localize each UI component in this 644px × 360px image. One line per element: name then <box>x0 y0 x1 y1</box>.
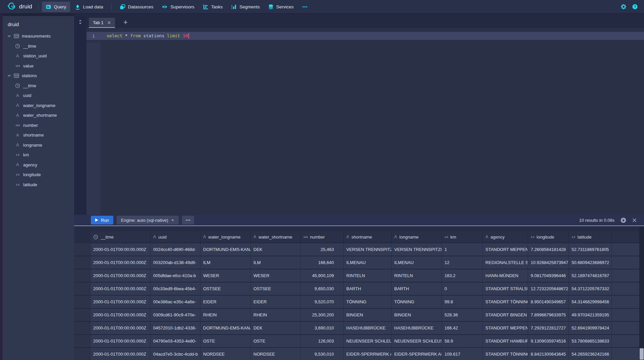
table-cell-time[interactable]: 2000-01-01T00:00:00.000Z <box>91 296 151 309</box>
table-cell-number[interactable]: 3,690,010 <box>301 322 344 335</box>
table-cell-time[interactable]: 2000-01-01T00:00:00.000Z <box>91 348 151 360</box>
table-cell-longname[interactable]: BARTH <box>392 282 442 296</box>
table-cell-agency[interactable]: STANDORT MEPPEN <box>483 243 528 256</box>
tree-item-station_uuid[interactable]: Astation_uuid <box>3 51 74 61</box>
table-cell-latitude[interactable]: 49.9703421359195 <box>569 309 612 322</box>
table-cell-km[interactable]: 0 <box>442 282 483 296</box>
chevron-down-icon[interactable] <box>7 34 11 38</box>
tree-item-value[interactable]: 123value <box>3 61 74 71</box>
table-cell-number[interactable]: 9,650,030 <box>301 282 344 296</box>
druid-logo[interactable]: druid <box>4 2 35 12</box>
table-cell-water_longname[interactable]: ILM <box>200 256 251 269</box>
table-cell-number[interactable]: 9,530,010 <box>301 348 344 360</box>
tree-item-agency[interactable]: Aagency <box>3 160 74 170</box>
table-cell-latitude[interactable]: 54.2659236242166 <box>569 348 612 360</box>
table-cell-time[interactable]: 2000-01-01T00:00:00.000Z <box>91 269 151 282</box>
table-cell-uuid[interactable]: 00e386ac-e35c-4a6e- <box>151 296 200 309</box>
query-more-button[interactable] <box>182 216 194 224</box>
run-button[interactable]: Run <box>91 216 113 224</box>
table-cell-longname[interactable]: EIDER-SPERRWERK AP <box>392 348 442 360</box>
table-cell-time[interactable]: 2000-01-01T00:00:00.000Z <box>91 335 151 348</box>
tree-item-number[interactable]: 123number <box>3 120 74 131</box>
table-cell-latitude[interactable]: 50.6809423686972 <box>569 256 612 269</box>
tree-item-measurements[interactable]: measurements <box>3 31 74 41</box>
column-header-km[interactable]: 1.0km <box>442 231 483 243</box>
column-header-latitude[interactable]: 1.0latitude <box>569 231 612 243</box>
table-cell-agency[interactable]: STANDORT BINGEN <box>483 309 528 322</box>
table-cell-agency[interactable]: STANDORT HAMBURG <box>483 335 528 348</box>
table-cell-longname[interactable]: ILMENAU <box>392 256 442 269</box>
nav-item-load-data[interactable]: Load data <box>71 2 107 12</box>
table-cell-longitude[interactable]: 10.9288425873947 <box>528 256 569 269</box>
table-cell-km[interactable]: 1 <box>442 243 483 256</box>
nav-item-tasks[interactable]: Tasks <box>199 2 227 12</box>
table-cell-time[interactable]: 2000-01-01T00:00:00.000Z <box>91 282 151 296</box>
settings-gear-icon[interactable] <box>621 4 627 10</box>
table-cell-longitude[interactable]: 7.8996679633975 <box>528 309 569 322</box>
table-cell-shortname[interactable]: EIDER-SPERRWERK AP <box>344 348 392 360</box>
nav-item-query[interactable]: Query <box>42 2 70 12</box>
chevron-down-icon[interactable] <box>7 74 11 78</box>
nav-item-supervisors[interactable]: Supervisors <box>158 2 198 12</box>
table-cell-agency[interactable]: HANN-MÜNDEN <box>483 269 528 282</box>
table-cell-water_longname[interactable]: OSTE <box>200 335 251 348</box>
table-cell-km[interactable]: 99.8 <box>442 296 483 309</box>
table-cell-shortname[interactable]: NEUENSEER SCHLEUSE <box>344 335 392 348</box>
table-cell-water_longname[interactable]: DORTMUND-EMS-KANAL <box>200 322 251 335</box>
column-header-water_longname[interactable]: Awater_longname <box>200 231 251 243</box>
table-cell-shortname[interactable]: BINGEN <box>344 309 392 322</box>
nav-item-more[interactable] <box>298 2 311 12</box>
table-cell-water_longname[interactable]: DORTMUND-EMS-KANAL <box>200 243 251 256</box>
table-cell-shortname[interactable]: VERSEN TRENNSPITZE <box>344 243 392 256</box>
tab-close-icon[interactable] <box>107 21 111 24</box>
nav-item-services[interactable]: Services <box>265 2 297 12</box>
table-cell-shortname[interactable]: BARTH <box>344 282 392 296</box>
table-cell-agency[interactable]: REGIONALSTELLE SUHL <box>483 256 528 269</box>
table-cell-water_shortname[interactable]: OSTSEE <box>251 282 301 296</box>
table-cell-shortname[interactable]: RINTELN <box>344 269 392 282</box>
tree-item-time[interactable]: __time <box>3 81 74 91</box>
nav-item-segments[interactable]: Segments <box>227 2 264 12</box>
tree-item-water_longname[interactable]: Awater_longname <box>3 101 74 111</box>
table-cell-longitude[interactable]: 8.8421300643645 <box>528 348 569 360</box>
table-cell-agency[interactable]: STANDORT STRALSUND <box>483 282 528 296</box>
table-cell-longname[interactable]: VERSEN TRENNSPITZE <box>392 243 442 256</box>
results-scrollbar-thumb[interactable] <box>640 348 644 360</box>
table-cell-number[interactable]: 126,003 <box>301 335 344 348</box>
table-cell-longitude[interactable]: 8.9501490349657 <box>528 296 569 309</box>
table-cell-km[interactable]: 166.42 <box>442 322 483 335</box>
table-cell-longitude[interactable]: 12.7232205648672 <box>528 282 569 296</box>
table-cell-number[interactable]: 25,463 <box>301 243 344 256</box>
table-cell-number[interactable]: 45,900,109 <box>301 269 344 282</box>
table-cell-latitude[interactable]: 54.3712205767332 <box>569 282 612 296</box>
tree-item-water_shortname[interactable]: Awater_shortname <box>3 110 74 120</box>
table-cell-uuid[interactable]: 04acd7e5-3cbc-4cdd-b <box>151 348 200 360</box>
table-cell-longname[interactable]: BINGEN <box>392 309 442 322</box>
table-cell-time[interactable]: 2000-01-01T00:00:00.000Z <box>91 256 151 269</box>
table-cell-time[interactable]: 2000-01-01T00:00:00.000Z <box>91 322 151 335</box>
table-cell-shortname[interactable]: HASEHUBBRÜCKE <box>344 322 392 335</box>
table-cell-uuid[interactable]: 04790e03-4353-4e80- <box>151 335 200 348</box>
table-cell-number[interactable]: 166,640 <box>301 256 344 269</box>
table-cell-water_shortname[interactable]: DEK <box>251 322 301 335</box>
tree-item-longname[interactable]: Alongname <box>3 140 74 150</box>
table-cell-time[interactable]: 2000-01-01T00:00:00.000Z <box>91 309 151 322</box>
table-cell-uuid[interactable]: 003200ab-d138-49d9- <box>151 256 200 269</box>
table-cell-agency[interactable]: STANDORT TÖNNING <box>483 296 528 309</box>
column-header-number[interactable]: 123number <box>301 231 344 243</box>
table-cell-uuid[interactable]: 005dfdae-efcc-410a-b <box>151 269 200 282</box>
table-cell-latitude[interactable]: 53.7806865138633 <box>569 335 612 348</box>
table-cell-time[interactable]: 2000-01-01T00:00:00.000Z <box>91 243 151 256</box>
engine-selector-button[interactable]: Engine: auto (sql-native) <box>117 216 179 224</box>
column-header-uuid[interactable]: Auuid <box>151 231 200 243</box>
table-cell-water_longname[interactable]: NORDSEE <box>200 348 251 360</box>
new-tab-plus-icon[interactable] <box>123 20 128 24</box>
table-cell-uuid[interactable]: 0024cc40-d690-468d- <box>151 243 200 256</box>
table-cell-km[interactable]: 528.36 <box>442 309 483 322</box>
table-cell-uuid[interactable]: 0309cd61-90c9-470e- <box>151 309 200 322</box>
help-icon[interactable]: ? <box>632 4 638 10</box>
table-cell-km[interactable]: 163.2 <box>442 269 483 282</box>
table-cell-water_longname[interactable]: RHEIN <box>200 309 251 322</box>
table-cell-water_shortname[interactable]: WESER <box>251 269 301 282</box>
column-header-agency[interactable]: Aagency <box>483 231 528 243</box>
